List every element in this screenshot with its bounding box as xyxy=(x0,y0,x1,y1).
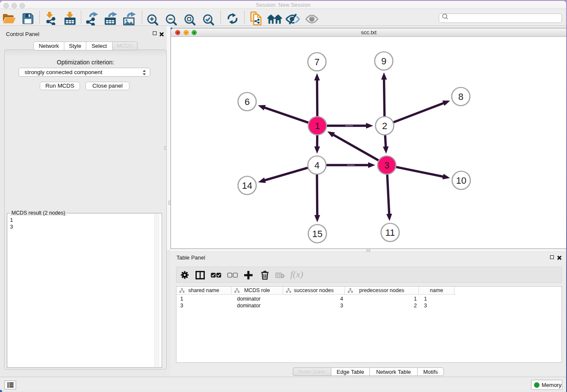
svg-text:8: 8 xyxy=(458,91,463,102)
svg-text:1: 1 xyxy=(315,121,320,131)
svg-text:15: 15 xyxy=(312,229,322,239)
svg-text:11: 11 xyxy=(385,227,395,238)
svg-text:7: 7 xyxy=(314,57,319,67)
svg-text:2: 2 xyxy=(382,121,387,131)
svg-text:6: 6 xyxy=(245,97,250,107)
svg-text:9: 9 xyxy=(381,56,386,66)
svg-text:14: 14 xyxy=(242,180,252,191)
svg-text:4: 4 xyxy=(314,160,319,171)
svg-text:3: 3 xyxy=(384,160,389,171)
svg-text:10: 10 xyxy=(456,175,466,186)
